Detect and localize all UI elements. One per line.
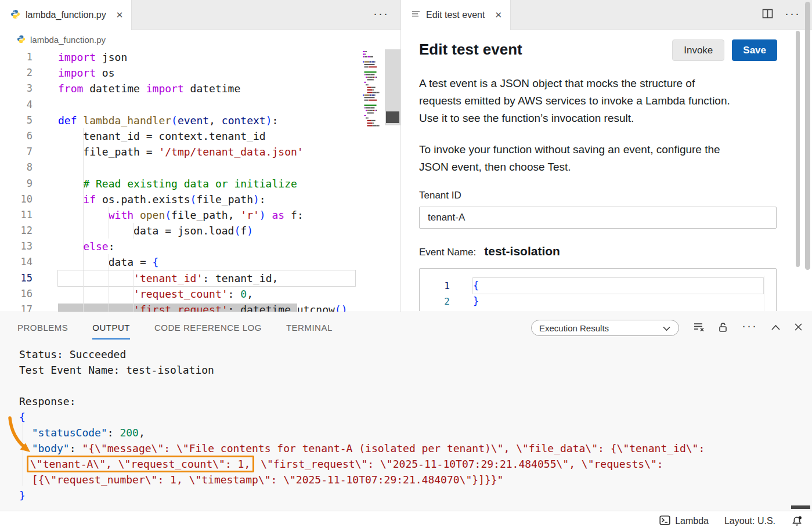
line-number: 1 (420, 278, 450, 294)
event-name-row: Event Name: test-isolation (419, 244, 777, 258)
line-number: 7 (0, 144, 33, 160)
code-line: 1import json (0, 49, 400, 65)
terminal-icon (659, 515, 670, 528)
line-number: 16 (0, 286, 33, 302)
panel-header: PROBLEMSOUTPUTCODE REFERENCE LOGTERMINAL… (0, 312, 812, 342)
panel-tab-terminal[interactable]: TERMINAL (286, 319, 333, 336)
line-number: 5 (0, 113, 33, 128)
editor-scrollbar[interactable] (385, 49, 400, 125)
app-window: lambda_function.py ✕ ··· lambda_function… (0, 0, 812, 531)
horizontal-scrollbar-thumb[interactable] (791, 505, 810, 509)
annotation-arrow (3, 416, 39, 458)
indent-guide (83, 176, 84, 192)
output-line: Response: (19, 393, 812, 409)
scrollbar-thumb[interactable] (386, 111, 399, 123)
line-number: 17 (0, 302, 33, 312)
output-line: [{\"request_number\": 1, \"timestamp\": … (19, 472, 812, 487)
chevron-down-icon (662, 323, 671, 333)
notifications-bell-icon[interactable] (791, 515, 803, 527)
close-icon[interactable]: ✕ (495, 10, 502, 20)
code-line: 5def lambda_handler(event, context): (0, 113, 400, 128)
breadcrumb[interactable]: lambda_function.py (0, 30, 400, 49)
output-channel-dropdown[interactable]: Execution Results (531, 320, 679, 336)
line-number: 2 (420, 294, 450, 309)
tab-lambda-function-py[interactable]: lambda_function.py ✕ (0, 0, 132, 30)
tab-label: lambda_function.py (26, 10, 106, 20)
left-editor-group: lambda_function.py ✕ ··· lambda_function… (0, 0, 401, 312)
code-line: 11 with open(file_path, 'r') as f: (0, 207, 400, 223)
output-line (19, 378, 812, 393)
indent-guide (83, 207, 84, 223)
save-button[interactable]: Save (732, 39, 777, 61)
action-buttons: Invoke Save (672, 39, 777, 61)
left-tab-bar: lambda_function.py ✕ ··· (0, 0, 400, 30)
line-number: 4 (0, 97, 33, 113)
tab-label: Edit test event (426, 10, 485, 20)
panel-tab-code-reference-log[interactable]: CODE REFERENCE LOG (154, 319, 262, 336)
line-number: 10 (0, 192, 33, 207)
indent-guide (109, 302, 109, 312)
event-name-value: test-isolation (484, 244, 560, 258)
json-event-editor[interactable]: 1{2} (419, 268, 777, 311)
code-line: 4 (0, 97, 400, 113)
output-console[interactable]: Status: SucceededTest Event Name: test-i… (0, 342, 812, 503)
status-bar: Lambda Layout: U.S. (0, 511, 812, 531)
tab-edit-test-event[interactable]: Edit test event ✕ (401, 0, 511, 30)
tenant-id-label: Tenant ID (419, 190, 777, 201)
indent-guide (83, 160, 84, 175)
indent-guide (83, 144, 84, 160)
clear-output-icon[interactable] (694, 322, 705, 332)
code-line: 12 data = json.load(f) (0, 223, 400, 239)
indent-guide (109, 270, 109, 286)
indent-guide (83, 286, 84, 302)
output-lines: Status: SucceededTest Event Name: test-i… (19, 346, 812, 503)
description-paragraph-2: To invoke your function without saving a… (419, 141, 777, 176)
json-editor-gutter-divider (764, 276, 764, 311)
close-icon[interactable]: ✕ (116, 10, 124, 20)
code-line: 15 'tenant_id': tenant_id, (0, 270, 400, 286)
maximize-panel-icon[interactable] (771, 324, 781, 331)
output-line: } (19, 487, 812, 503)
panel-tab-output[interactable]: OUTPUT (92, 319, 130, 336)
indent-guide (109, 223, 109, 239)
panel-tab-problems[interactable]: PROBLEMS (17, 319, 68, 336)
description-paragraph-1: A test event is a JSON object that mocks… (419, 75, 777, 127)
split-editor-icon[interactable] (762, 9, 773, 21)
close-panel-icon[interactable] (794, 323, 803, 331)
panel-action-icons: ··· (694, 319, 803, 335)
invoke-button[interactable]: Invoke (672, 39, 724, 61)
output-line: { (19, 409, 812, 425)
bottom-panel: PROBLEMSOUTPUTCODE REFERENCE LOGTERMINAL… (0, 312, 812, 511)
line-number: 3 (0, 81, 33, 96)
indent-guide (109, 207, 109, 223)
panel-scrollbar-outer[interactable] (805, 2, 810, 270)
more-actions-icon[interactable]: ··· (742, 319, 757, 335)
event-name-label: Event Name: (419, 247, 476, 258)
more-actions-icon[interactable]: ··· (373, 7, 389, 23)
status-item-lambda[interactable]: Lambda (659, 515, 709, 528)
indent-guide (133, 270, 134, 286)
indent-guide (83, 254, 84, 270)
tenant-id-input[interactable] (419, 207, 777, 229)
indent-guide (109, 286, 109, 302)
indent-guide (83, 192, 84, 207)
code-line: 3from datetime import datetime (0, 81, 400, 96)
output-line: Status: Succeeded (19, 346, 812, 362)
right-editor-group: Edit test event ✕ ··· Edit test event In… (401, 0, 812, 312)
code-line: 8 (0, 160, 400, 175)
indent-guide (83, 302, 84, 312)
lock-icon[interactable] (718, 322, 728, 333)
status-item-layout[interactable]: Layout: U.S. (724, 516, 775, 526)
indent-guide (83, 223, 84, 239)
status-label: Layout: U.S. (724, 516, 775, 526)
code-editor[interactable]: 1import json2import os3from datetime imp… (0, 49, 400, 312)
python-file-icon (17, 35, 26, 45)
indent-guide (133, 223, 134, 239)
output-line: "body": "{\"message\": \"File contents f… (19, 440, 812, 456)
code-line: 9 # Read existing data or initialize (0, 176, 400, 192)
minimap[interactable] (362, 49, 385, 148)
line-number: 2 (0, 65, 33, 81)
panel-scrollbar-inner[interactable] (796, 31, 800, 267)
more-actions-icon[interactable]: ··· (785, 7, 800, 23)
status-label: Lambda (675, 516, 709, 526)
